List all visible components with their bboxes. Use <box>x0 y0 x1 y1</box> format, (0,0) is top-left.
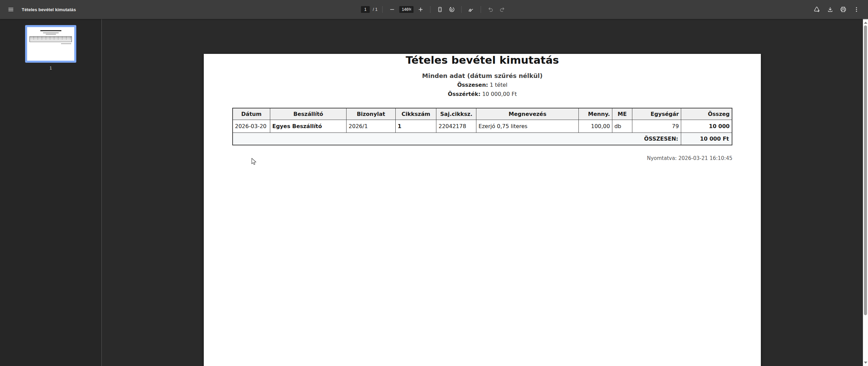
cell-datum: 2026-03-20 <box>233 120 270 133</box>
pdf-viewer-canvas: Tételes bevétel kimutatás Minden adat (d… <box>102 19 863 366</box>
pdf-toolbar: Tételes bevétel kimutatás / 1 <box>0 0 868 19</box>
toolbar-separator <box>382 6 382 13</box>
scroll-up-button[interactable] <box>863 20 868 25</box>
printed-timestamp: Nyomtatva: 2026-03-21 16:10:45 <box>232 155 732 162</box>
vertical-ellipsis-icon <box>853 6 860 13</box>
undo-icon <box>487 6 493 13</box>
cell-menny: 100,00 <box>579 120 612 133</box>
thumbnail-mini-table <box>29 36 72 42</box>
undo-button[interactable] <box>486 5 495 14</box>
print-button[interactable] <box>839 5 848 14</box>
hamburger-icon <box>8 6 14 13</box>
report-total-line: Összesen: 1 tétel <box>232 80 732 89</box>
page-count-label: / 1 <box>373 7 378 12</box>
scroll-down-icon <box>864 362 867 364</box>
col-header-me: ME <box>612 108 632 120</box>
rotate-counterclockwise-icon <box>449 6 455 13</box>
thumbnail-mini-subtitle <box>43 33 59 33</box>
zoom-in-icon <box>417 6 423 13</box>
save-to-drive-button[interactable] <box>812 5 822 14</box>
redo-button[interactable] <box>497 5 507 14</box>
value-label: Összérték: <box>448 91 480 97</box>
rotate-button[interactable] <box>447 5 456 14</box>
cell-bizonylat: 2026/1 <box>347 120 395 133</box>
fit-page-icon <box>437 6 443 13</box>
thumbnail-page-preview <box>27 27 74 61</box>
print-icon <box>840 6 847 13</box>
report-table: Dátum Beszállító Bizonylat Cikkszám Saj.… <box>232 108 732 145</box>
cell-egysegar: 79 <box>632 120 681 133</box>
scroll-up-icon <box>864 22 867 24</box>
col-header-cikkszam: Cikkszám <box>395 108 436 120</box>
zoom-out-icon <box>389 6 395 13</box>
vertical-scrollbar[interactable] <box>863 19 868 366</box>
col-header-datum: Dátum <box>233 108 270 120</box>
cell-osszeg: 10 000 <box>681 120 732 133</box>
zoom-level-input[interactable] <box>399 6 413 13</box>
fit-page-button[interactable] <box>435 5 445 14</box>
col-header-bizonylat: Bizonylat <box>347 108 395 120</box>
thumbnail-mini-line <box>46 34 56 35</box>
toolbar-separator <box>430 6 430 13</box>
thumbnail-page-number: 1 <box>0 66 101 70</box>
download-icon <box>827 6 833 13</box>
drive-add-icon <box>813 6 820 13</box>
col-header-egysegar: Egységár <box>632 108 681 120</box>
table-footer-row: ÖSSZESEN: 10 000 Ft <box>233 133 732 145</box>
cell-me: db <box>612 120 632 133</box>
cell-beszallito: Egyes Beszállító <box>270 120 346 133</box>
thumbnail-mini-title <box>40 30 61 31</box>
total-value: 1 tétel <box>488 82 507 88</box>
col-header-beszallito: Beszállító <box>270 108 346 120</box>
col-header-sajcikksz: Saj.cikksz. <box>436 108 476 120</box>
zoom-out-button[interactable] <box>387 5 397 14</box>
thumbnail-mini-footer-line <box>61 43 71 44</box>
cell-cikkszam: 1 <box>395 120 436 133</box>
total-label: Összesen: <box>457 82 488 88</box>
redo-icon <box>499 6 505 13</box>
page-thumbnail[interactable] <box>25 25 76 63</box>
page-number-input[interactable] <box>361 6 370 13</box>
table-row: 2026-03-20 Egyes Beszállító 2026/1 1 220… <box>233 120 732 133</box>
download-button[interactable] <box>825 5 835 14</box>
menu-button[interactable] <box>6 5 16 14</box>
cell-sajcikksz: 22042178 <box>436 120 476 133</box>
footer-total-label: ÖSSZESEN: <box>233 133 681 145</box>
value-value: 10 000,00 Ft <box>480 91 517 97</box>
annotate-button[interactable] <box>466 5 476 14</box>
cell-megnevezes: Ezerjó 0,75 literes <box>476 120 579 133</box>
report-subtitle: Minden adat (dátum szűrés nélkül) <box>232 72 732 80</box>
scrollbar-thumb[interactable] <box>864 25 867 315</box>
col-header-megnevezes: Megnevezés <box>476 108 579 120</box>
toolbar-separator <box>461 6 461 13</box>
document-title: Tételes bevétel kimutatás <box>22 7 76 12</box>
thumbnail-sidebar: 1 <box>0 19 102 366</box>
zoom-in-button[interactable] <box>416 5 425 14</box>
scroll-down-button[interactable] <box>863 360 868 365</box>
pen-squiggle-icon <box>468 6 474 13</box>
col-header-menny: Menny. <box>579 108 612 120</box>
col-header-osszeg: Összeg <box>681 108 732 120</box>
toolbar-separator <box>480 6 481 13</box>
footer-total-value: 10 000 Ft <box>681 133 732 145</box>
report-value-line: Összérték: 10 000,00 Ft <box>232 89 732 99</box>
report-title: Tételes bevétel kimutatás <box>232 54 732 66</box>
more-options-button[interactable] <box>852 5 861 14</box>
pdf-page: Tételes bevétel kimutatás Minden adat (d… <box>204 54 761 366</box>
table-header-row: Dátum Beszállító Bizonylat Cikkszám Saj.… <box>233 108 732 120</box>
